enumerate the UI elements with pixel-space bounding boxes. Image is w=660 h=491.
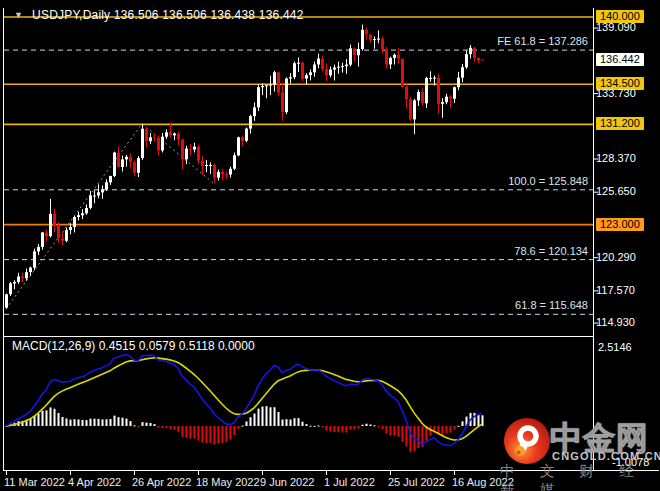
price-chart-panel[interactable] [4, 17, 593, 314]
candle-body [385, 49, 388, 64]
macd-histogram-bar [242, 426, 244, 427]
candle-body [193, 147, 196, 150]
candle-body [157, 138, 160, 151]
candle-body [481, 60, 484, 61]
macd-histogram-bar [202, 426, 204, 443]
candle-body [25, 272, 28, 278]
macd-histogram-bar [346, 426, 348, 433]
candle-body [189, 149, 192, 150]
candle-body [9, 283, 12, 294]
candle-body [397, 55, 400, 59]
candle-body [133, 162, 136, 173]
macd-main-line [6, 355, 482, 446]
candle-body [121, 159, 124, 167]
price-axis-label: 133.730 [596, 87, 636, 100]
candle-body [245, 129, 248, 141]
price-axis-label: 114.930 [596, 316, 635, 329]
candle-body [197, 147, 200, 161]
macd-histogram-bar [38, 414, 40, 426]
fib-level-label: 78.6 = 120.134 [514, 245, 588, 257]
candle-body [49, 214, 52, 236]
panel-frame [3, 8, 659, 475]
candle-body [41, 233, 44, 247]
macd-histogram-bar [354, 426, 356, 429]
watermark-domain-text: CNGOLD.COM.CN [552, 450, 660, 462]
date-axis-label: 18 May 2022 [196, 476, 260, 488]
candle-body [165, 132, 168, 136]
date-axis-label: 11 Mar 2022 [4, 476, 65, 488]
candle-body [209, 165, 212, 166]
macd-histogram-bar [326, 426, 328, 431]
macd-histogram-bar [50, 407, 52, 426]
price-axis-label: 117.570 [596, 284, 635, 297]
candle-body [125, 157, 128, 160]
macd-histogram-bar [134, 425, 136, 426]
candle-body [409, 99, 412, 119]
chart-dropdown-arrow-icon[interactable]: ▼ [14, 10, 23, 20]
candle-body [477, 58, 480, 60]
macd-histogram-bar [386, 426, 388, 434]
macd-histogram-bar [394, 426, 396, 436]
macd-histogram-bar [378, 426, 380, 427]
macd-histogram-bar [402, 426, 404, 442]
macd-histogram-bar [362, 425, 364, 426]
macd-histogram-bar [78, 419, 80, 426]
candle-body [253, 107, 256, 116]
macd-histogram-bar [302, 422, 304, 426]
candle-body [237, 137, 240, 155]
candle-body [453, 87, 456, 99]
candle-body [261, 86, 264, 87]
watermark-tagline-text: 中 文 财 经 新 媒 [500, 462, 660, 491]
macd-indicator-label: MACD(12,26,9) 0.4515 0.0579 0.5118 0.000… [12, 339, 255, 353]
candle-body [117, 153, 120, 167]
candle-body [345, 65, 348, 67]
macd-histogram-bar [174, 426, 176, 430]
candle-body [349, 48, 352, 64]
candle-body [73, 217, 76, 227]
macd-histogram-bar [462, 421, 464, 426]
candle-body [341, 66, 344, 67]
macd-histogram-bar [238, 426, 240, 429]
macd-histogram-bar [114, 416, 116, 426]
macd-histogram-bar [86, 420, 88, 426]
candle-body [329, 70, 332, 76]
candle-body [269, 85, 272, 86]
macd-histogram-bar [350, 426, 352, 430]
macd-histogram-bar [338, 426, 340, 432]
candle-body [105, 182, 108, 189]
candle-body [81, 213, 84, 215]
macd-histogram-bar [330, 426, 332, 432]
candle-body [241, 137, 244, 141]
macd-histogram-bar [454, 426, 456, 430]
macd-histogram-bar [294, 418, 296, 426]
candle-body [129, 157, 132, 162]
macd-histogram-bar [126, 419, 128, 426]
candle-body [265, 85, 268, 86]
candle-body [225, 174, 228, 175]
symbol-quote-text: USDJPY,Daily 136.506 136.506 136.438 136… [32, 8, 303, 22]
macd-histogram-bar [98, 419, 100, 426]
candle-body [437, 78, 440, 104]
macd-histogram-bar [250, 417, 252, 426]
macd-histogram-bar [278, 412, 280, 426]
candle-body [333, 68, 336, 70]
candle-body [421, 92, 424, 103]
candle-body [369, 35, 372, 40]
macd-histogram-bar [178, 426, 180, 432]
current-price-label: 136.442 [596, 53, 644, 66]
macd-histogram-bar [138, 426, 140, 427]
macd-histogram-bar [374, 425, 376, 426]
candle-body [249, 116, 252, 129]
fib-level-label: 61.8 = 115.648 [515, 299, 588, 311]
candle-body [65, 230, 68, 241]
candle-body [381, 39, 384, 50]
macd-histogram-bar [142, 422, 144, 426]
fib-level-label: FE 61.8 = 137.286 [497, 35, 588, 47]
macd-histogram-bar [94, 419, 96, 426]
macd-histogram-bar [162, 426, 164, 428]
price-axis-label: 125.650 [596, 185, 636, 198]
macd-histogram-bar [254, 414, 256, 426]
macd-panel[interactable] [6, 355, 484, 453]
candle-body [229, 169, 232, 175]
candle-body [137, 158, 140, 173]
